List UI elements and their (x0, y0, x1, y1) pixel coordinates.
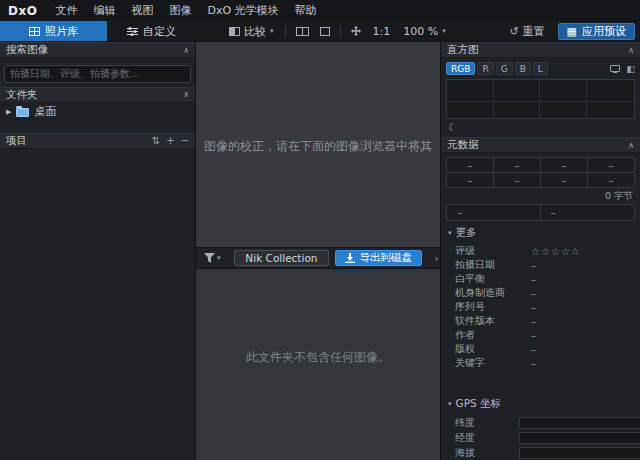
gps-label: 海拔 (455, 446, 515, 460)
projects-header-icons: ⇅ + − (152, 135, 189, 146)
center-area: 图像的校正，请在下面的图像浏览器中将其 ▾ Nik Collection 导出到… (196, 42, 440, 460)
compare-icon (229, 27, 240, 36)
zoom-level-value: 100 % (403, 25, 438, 38)
exif-cell: – (541, 173, 588, 188)
file-size: 0 字节 (441, 188, 640, 204)
meta-value: – (531, 358, 536, 369)
apply-preset-label: 应用预设 (582, 24, 626, 39)
toolbar: 照片库 自定义 比较 ▾ 1:1 100 % ▾ (0, 21, 640, 42)
pan-tool-button[interactable] (347, 24, 365, 38)
zoom-level-dropdown[interactable]: 100 % ▾ (398, 23, 450, 40)
meta-row-capture-date: 拍摄日期 – (441, 258, 640, 272)
gps-title: GPS 坐标 (456, 397, 501, 411)
split-view-button[interactable] (292, 25, 313, 38)
caret-down-icon: ▾ (270, 27, 274, 35)
meta-value: – (531, 316, 536, 327)
chevron-up-icon: ∧ (628, 46, 634, 55)
histogram-icons: ◧ (610, 64, 635, 74)
projects-panel-header[interactable]: 项目 ⇅ + − (0, 133, 195, 149)
latitude-input[interactable] (519, 417, 640, 429)
exif-grid: – – – – – – – – (446, 157, 635, 188)
meta-label: 评级 (455, 244, 531, 258)
menu-view[interactable]: 视图 (123, 1, 161, 20)
reset-label: 重置 (523, 24, 545, 39)
view-controls: 比较 ▾ 1:1 100 % ▾ (196, 21, 502, 41)
meta-value: – (531, 302, 536, 313)
histogram-footer: ☾ (441, 122, 640, 137)
more-expander[interactable]: ▾ 更多 (441, 221, 640, 242)
meta-value: – (531, 274, 536, 285)
histogram-channels: RGB R G B L ◧ (441, 58, 640, 78)
meta-label: 拍摄日期 (455, 258, 531, 272)
reset-button[interactable]: ↺ 重置 (502, 22, 551, 41)
histogram-panel-header[interactable]: 直方图 ∧ (441, 42, 640, 58)
export-to-disk-button[interactable]: 导出到磁盘 (335, 250, 423, 266)
split-view-icon (296, 27, 309, 36)
more-label: 更多 (456, 226, 477, 240)
gps-section: ▾ GPS 坐标 纬度 ◎ 经度 海拔 (441, 394, 640, 460)
meta-label: 白平衡 (455, 272, 531, 286)
search-panel-header[interactable]: 搜索图像 ∧ (0, 42, 195, 58)
meta-row-keywords: 关键字 – (441, 356, 640, 370)
folder-item-desktop[interactable]: ▶ 桌面 (0, 103, 195, 121)
menu-file[interactable]: 文件 (47, 1, 85, 20)
chevron-up-icon: ∧ (183, 46, 189, 55)
add-project-icon[interactable]: + (166, 135, 174, 146)
menu-edit[interactable]: 编辑 (85, 1, 123, 20)
channel-l-button[interactable]: L (533, 62, 548, 75)
file-info-row: – – (446, 204, 635, 221)
meta-value: – (531, 288, 536, 299)
workspace-tabs: 照片库 自定义 (0, 21, 196, 41)
image-browser: 此文件夹不包含任何图像。 (196, 269, 440, 460)
toolbar-separator (285, 25, 286, 38)
compare-button[interactable]: 比较 ▾ (224, 22, 279, 41)
folder-icon (16, 108, 29, 117)
clipping-icon[interactable]: ◧ (626, 64, 635, 74)
meta-row-serial-number: 序列号 – (441, 300, 640, 314)
app-logo: DxO (8, 4, 37, 18)
menu-optics-modules[interactable]: DxO 光学模块 (199, 1, 286, 20)
right-panel-collapse-handle[interactable]: › (433, 245, 440, 271)
collapse-right-icon: › (435, 253, 439, 264)
exif-cell: – (447, 158, 494, 173)
menu-help[interactable]: 帮助 (287, 1, 325, 20)
nik-collection-button[interactable]: Nik Collection (234, 250, 328, 266)
caret-down-icon: ▾ (442, 27, 446, 35)
meta-label: 序列号 (455, 300, 531, 314)
right-sidebar: 直方图 ∧ RGB R G B L ◧ ☾ 元数据 ∧ (440, 42, 640, 460)
meta-value: – (531, 330, 536, 341)
tab-customize[interactable]: 自定义 (107, 21, 196, 41)
tab-photo-library-label: 照片库 (45, 24, 78, 39)
rating-stars[interactable]: ☆☆☆☆☆ (531, 246, 581, 257)
meta-row-software-version: 软件版本 – (441, 314, 640, 328)
longitude-input[interactable] (519, 432, 640, 444)
channel-rgb-button[interactable]: RGB (446, 62, 475, 75)
search-input[interactable] (4, 65, 191, 83)
display-icon[interactable] (610, 65, 620, 72)
zoom-1to1-button[interactable]: 1:1 (368, 23, 396, 40)
single-view-button[interactable] (316, 25, 334, 38)
metadata-panel-header[interactable]: 元数据 ∧ (441, 137, 640, 153)
remove-project-icon[interactable]: − (181, 135, 189, 146)
gps-row-latitude: 纬度 ◎ (441, 415, 640, 430)
meta-row-camera-maker: 机身制造商 – (441, 286, 640, 300)
tab-photo-library[interactable]: 照片库 (0, 21, 107, 41)
shadow-clipping-icon[interactable]: ☾ (448, 122, 457, 133)
filter-button[interactable]: ▾ (204, 253, 221, 263)
metadata-list: 评级 ☆☆☆☆☆ 拍摄日期 – 白平衡 – 机身制造商 – 序列号 – (441, 242, 640, 370)
reset-icon: ↺ (509, 25, 518, 38)
expander-icon[interactable]: ▶ (6, 108, 11, 116)
channel-g-button[interactable]: G (496, 62, 513, 75)
sort-icon[interactable]: ⇅ (152, 135, 160, 146)
folders-panel-header[interactable]: 文件夹 ∧ (0, 87, 195, 103)
apply-preset-button[interactable]: ▦ 应用预设 (558, 23, 635, 40)
channel-r-button[interactable]: R (477, 62, 493, 75)
gps-expander[interactable]: ▾ GPS 坐标 (441, 394, 640, 415)
channel-b-button[interactable]: B (515, 62, 531, 75)
single-view-icon (320, 27, 330, 36)
meta-label: 作者 (455, 328, 531, 342)
altitude-input[interactable] (519, 447, 640, 459)
menu-image[interactable]: 图像 (161, 1, 199, 20)
folder-item-label: 桌面 (34, 104, 56, 119)
exif-cell: – (494, 158, 541, 173)
